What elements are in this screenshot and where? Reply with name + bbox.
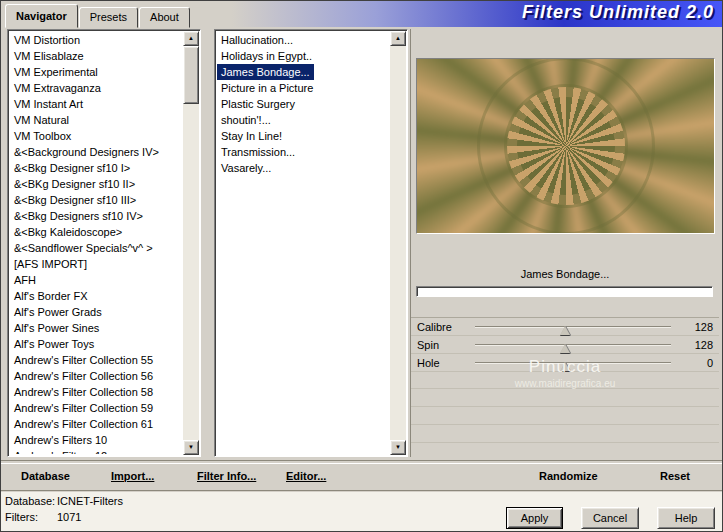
category-item[interactable]: VM Distortion bbox=[10, 32, 84, 48]
category-item[interactable]: Andrew's Filter Collection 59 bbox=[10, 400, 157, 416]
category-item[interactable]: &<BKg Designer sf10 II> bbox=[10, 176, 139, 192]
filters-count-value: 1071 bbox=[57, 511, 81, 523]
parameter-list: Calibre 128 Spin 128 Hole 0 bbox=[411, 317, 719, 372]
param-slider[interactable] bbox=[475, 336, 671, 353]
category-item[interactable]: &<Bkg Designer sf10 III> bbox=[10, 192, 140, 208]
filter-item[interactable]: Plastic Surgery bbox=[217, 96, 299, 112]
filter-scrollbar[interactable]: ▲ ▼ bbox=[390, 31, 406, 455]
category-item[interactable]: Andrew's Filter Collection 61 bbox=[10, 416, 157, 432]
progress-bar bbox=[416, 286, 713, 297]
tab-label: Navigator bbox=[16, 10, 67, 22]
param-label: Hole bbox=[417, 357, 475, 369]
slider-thumb[interactable] bbox=[560, 321, 570, 335]
filter-item[interactable]: Stay In Line! bbox=[217, 128, 286, 144]
param-value: 0 bbox=[679, 357, 713, 369]
scroll-up-icon[interactable]: ▲ bbox=[390, 31, 406, 46]
category-item[interactable]: VM Experimental bbox=[10, 64, 102, 80]
param-slider[interactable] bbox=[475, 318, 671, 335]
category-item[interactable]: Andrew's Filters 12 bbox=[10, 448, 111, 454]
category-item[interactable]: &<Bkg Designers sf10 IV> bbox=[10, 208, 147, 224]
randomize-button[interactable]: Randomize bbox=[539, 470, 598, 482]
database-status-value: ICNET-Filters bbox=[57, 495, 123, 507]
cancel-button[interactable]: Cancel bbox=[581, 507, 639, 529]
param-row: Hole 0 bbox=[411, 354, 719, 372]
category-list: VM DistortionVM ElisablazeVM Experimenta… bbox=[10, 32, 183, 454]
param-row: Spin 128 bbox=[411, 336, 719, 354]
category-item[interactable]: VM Instant Art bbox=[10, 96, 87, 112]
filter-item[interactable]: Holidays in Egypt.. bbox=[217, 48, 316, 64]
app-title: Filters Unlimited 2.0 bbox=[522, 2, 714, 23]
tab-label: Presets bbox=[90, 11, 127, 23]
category-item[interactable]: &<Background Designers IV> bbox=[10, 144, 163, 160]
filter-item[interactable]: Picture in a Picture bbox=[217, 80, 317, 96]
param-value: 128 bbox=[679, 321, 713, 333]
category-listbox: VM DistortionVM ElisablazeVM Experimenta… bbox=[7, 29, 201, 457]
empty-param-row bbox=[411, 407, 719, 425]
category-item[interactable]: Alf's Power Sines bbox=[10, 320, 103, 336]
empty-param-row bbox=[411, 443, 719, 457]
empty-param-row bbox=[411, 425, 719, 443]
category-item[interactable]: Alf's Power Toys bbox=[10, 336, 98, 352]
scroll-up-icon[interactable]: ▲ bbox=[183, 31, 199, 46]
category-item[interactable]: Andrew's Filters 10 bbox=[10, 432, 111, 448]
selected-filter-name: James Bondage... bbox=[411, 268, 719, 280]
param-slider[interactable] bbox=[475, 354, 671, 371]
slider-thumb[interactable] bbox=[560, 357, 570, 371]
param-row: Calibre 128 bbox=[411, 318, 719, 336]
tab-bar: Navigator Presets About bbox=[5, 4, 191, 28]
help-button[interactable]: Help bbox=[657, 507, 715, 529]
filter-list: Hallucination...Holidays in Egypt..James… bbox=[217, 32, 390, 454]
database-status-label: Database: bbox=[5, 495, 57, 507]
filter-listbox: Hallucination...Holidays in Egypt..James… bbox=[214, 29, 408, 457]
preview-rosette bbox=[507, 87, 625, 205]
status-bar: Database:ICNET-Filters Filters:1071 Appl… bbox=[1, 492, 722, 531]
tab[interactable]: About bbox=[139, 7, 190, 28]
scroll-down-icon[interactable]: ▼ bbox=[390, 440, 406, 455]
database-button[interactable]: Database bbox=[21, 470, 70, 482]
category-item[interactable]: Alf's Border FX bbox=[10, 288, 92, 304]
category-item[interactable]: &<Sandflower Specials^v^ > bbox=[10, 240, 157, 256]
category-item[interactable]: [AFS IMPORT] bbox=[10, 256, 91, 272]
category-item[interactable]: Alf's Power Grads bbox=[10, 304, 106, 320]
import-button[interactable]: Import... bbox=[111, 470, 154, 482]
filter-item[interactable]: James Bondage... bbox=[217, 64, 314, 80]
filter-preview-image bbox=[416, 58, 715, 234]
category-item[interactable]: VM Toolbox bbox=[10, 128, 75, 144]
filters-count-status: Filters:1071 bbox=[5, 511, 81, 523]
empty-param-row bbox=[411, 371, 719, 389]
toolbar-separator bbox=[1, 460, 722, 464]
filter-item[interactable]: Hallucination... bbox=[217, 32, 297, 48]
filters-count-label: Filters: bbox=[5, 511, 57, 523]
scroll-down-icon[interactable]: ▼ bbox=[183, 440, 199, 455]
category-item[interactable]: VM Extravaganza bbox=[10, 80, 105, 96]
editor-button[interactable]: Editor... bbox=[286, 470, 326, 482]
param-label: Calibre bbox=[417, 321, 475, 333]
category-item[interactable]: VM Natural bbox=[10, 112, 73, 128]
tab-label: About bbox=[150, 11, 179, 23]
empty-param-row bbox=[411, 389, 719, 407]
apply-button[interactable]: Apply bbox=[506, 507, 563, 529]
param-label: Spin bbox=[417, 339, 475, 351]
slider-thumb[interactable] bbox=[560, 339, 570, 353]
filter-info-button[interactable]: Filter Info... bbox=[197, 470, 256, 482]
category-item[interactable]: Andrew's Filter Collection 56 bbox=[10, 368, 157, 384]
category-item[interactable]: &<Bkg Designer sf10 I> bbox=[10, 160, 134, 176]
category-item[interactable]: VM Elisablaze bbox=[10, 48, 88, 64]
filters-unlimited-dialog: Filters Unlimited 2.0 Navigator Presets … bbox=[0, 0, 723, 532]
category-item[interactable]: Andrew's Filter Collection 55 bbox=[10, 352, 157, 368]
filter-item[interactable]: Transmission... bbox=[217, 144, 299, 160]
scrollbar-thumb[interactable] bbox=[183, 46, 199, 104]
param-value: 128 bbox=[679, 339, 713, 351]
category-item[interactable]: Andrew's Filter Collection 58 bbox=[10, 384, 157, 400]
tab[interactable]: Presets bbox=[79, 7, 138, 28]
tab[interactable]: Navigator bbox=[5, 4, 78, 28]
preview-panel: James Bondage... Calibre 128 Spin 128 H bbox=[410, 29, 719, 457]
category-item[interactable]: &<Bkg Kaleidoscope> bbox=[10, 224, 126, 240]
reset-button[interactable]: Reset bbox=[660, 470, 690, 482]
category-item[interactable]: AFH bbox=[10, 272, 40, 288]
filter-item[interactable]: shoutin'!... bbox=[217, 112, 275, 128]
category-scrollbar[interactable]: ▲ ▼ bbox=[183, 31, 199, 455]
filter-item[interactable]: Vasarely... bbox=[217, 160, 275, 176]
database-status: Database:ICNET-Filters bbox=[5, 495, 123, 507]
